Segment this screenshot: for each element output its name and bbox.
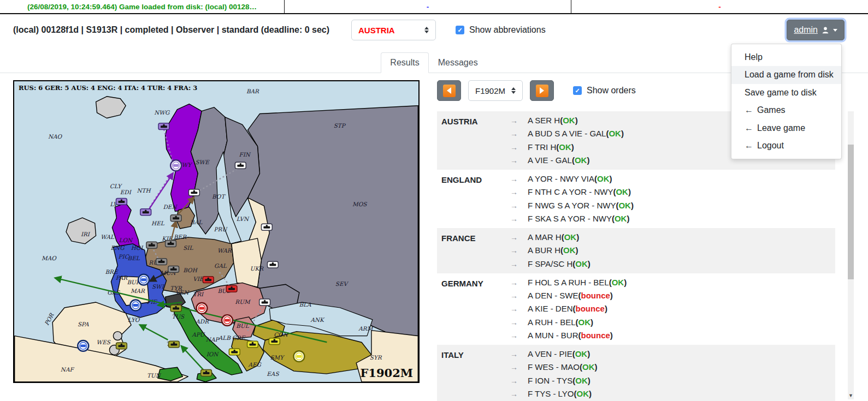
right-arrow-icon: → [508, 362, 528, 373]
orders-scrollbar[interactable]: ▼ [848, 111, 854, 399]
map-label-ion: ION [206, 351, 220, 357]
tab-results[interactable]: Results [381, 52, 428, 73]
order-text: F ION - TYS [528, 375, 572, 386]
map-label-bot: BOT [212, 193, 226, 200]
right-arrow-icon: → [508, 142, 528, 153]
order-row: →F TRI H (OK) [508, 142, 624, 153]
map-label-bla: BLA [299, 301, 311, 308]
order-row: →F TYS - LYO (OK) [508, 388, 598, 399]
order-row: →F NTH C A YOR - NWY (OK) [508, 187, 634, 197]
order-result: OK [578, 317, 591, 328]
order-text: A MUN - BUR [528, 330, 578, 341]
show-abbreviations-group[interactable]: ✓ Show abbreviations [456, 25, 546, 35]
map-label-boh: BOH [183, 267, 198, 273]
order-text: F SPA/SC H [528, 259, 572, 270]
order-result: OK [618, 200, 631, 211]
map-label-fin: FIN [239, 151, 251, 158]
phase-select[interactable]: F1902M [468, 80, 523, 101]
unit-marker-austria [203, 277, 214, 283]
order-text: A MAR H [528, 232, 562, 243]
menu-item-save-game-to-disk[interactable]: Save game to disk [731, 84, 841, 101]
right-arrow-icon: → [508, 187, 528, 197]
map-label-sil: SIL [183, 244, 193, 251]
order-row: →A MUN - BUR (bounce) [508, 330, 627, 341]
menu-item-leave-game[interactable]: ←Leave game [731, 119, 841, 137]
show-orders-group[interactable]: ✓ Show orders [573, 86, 636, 95]
order-result: OK [563, 245, 576, 256]
unit-marker-germany [170, 215, 181, 222]
diplomacy-map[interactable]: RUS: 6 GER: 5 AUS: 4 ENG: 4 ITA: 4 TUR: … [13, 80, 420, 383]
order-result: OK [609, 128, 621, 139]
prev-phase-button[interactable] [437, 80, 461, 101]
map-label-hel: HEL [151, 220, 165, 226]
power-block-france: FRANCE→A MAR H (OK)→A BUR H (OK)→F SPA/S… [437, 228, 835, 273]
select-updown-icon [511, 87, 516, 94]
order-text: A DEN - SWE [528, 290, 578, 301]
map-label-adr: ADR [195, 318, 209, 325]
map-label-sev: SEV [335, 280, 349, 287]
order-text: F TRI H [528, 142, 556, 153]
map-label-bel: BEL [128, 255, 140, 261]
status-center: - [285, 0, 571, 13]
scrollbar-thumb[interactable] [848, 145, 854, 279]
map-label-ven: VEN [175, 289, 190, 296]
unit-marker-turkey [247, 341, 258, 348]
map-label-nth: NTH [137, 187, 151, 194]
order-text: F TYS - LYO [528, 388, 574, 399]
order-text: A BUD S A VIE - GAL [528, 128, 606, 139]
left-arrow-icon: ← [745, 105, 753, 115]
order-row: →F HOL S A RUH - BEL (OK) [508, 277, 627, 288]
menu-item-games[interactable]: ←Games [731, 101, 841, 119]
status-right: - [571, 0, 868, 13]
power-name: FRANCE [441, 232, 508, 270]
supply-center-counts: RUS: 6 GER: 5 AUS: 4 ENG: 4 ITA: 4 TUR: … [19, 84, 197, 92]
unit-marker-england [158, 123, 169, 130]
user-menu-button[interactable]: admin [787, 20, 845, 40]
order-text: F NTH C A YOR - NWY [528, 187, 613, 197]
scrollbar-down-arrow[interactable]: ▼ [848, 393, 854, 398]
right-arrow-icon: → [508, 389, 528, 399]
left-triangle-icon [443, 85, 456, 97]
unit-marker-russia [267, 261, 278, 268]
right-arrow-icon: → [508, 232, 528, 243]
map-label-stp: STP [334, 122, 346, 129]
menu-item-help[interactable]: Help [731, 49, 841, 66]
right-arrow-icon: → [508, 259, 528, 270]
unit-marker-turkey [229, 349, 240, 355]
menu-item-logout[interactable]: ←Logout [731, 137, 841, 154]
order-text: A BUR H [528, 245, 560, 256]
right-arrow-icon: → [508, 174, 528, 184]
menu-item-load-a-game-from-disk[interactable]: Load a game from disk [731, 66, 841, 83]
order-result: OK [575, 155, 587, 166]
order-row: →F NWG S A YOR - NWY (OK) [508, 200, 634, 211]
unit-marker-turkey [269, 338, 280, 345]
show-orders-checkbox[interactable]: ✓ [573, 86, 582, 95]
order-text: A YOR - NWY VIA [528, 173, 594, 184]
power-name: ENGLAND [441, 173, 508, 224]
order-row: →F SKA S A YOR - NWY (OK) [508, 213, 634, 224]
power-name: AUSTRIA [441, 115, 508, 166]
game-info: (local) 00128f1d | S1913R | completed | … [13, 25, 329, 35]
map-label-aeg: AEG [247, 361, 262, 368]
order-text: F HOL S A RUH - BEL [528, 277, 609, 288]
power-name: GERMANY [441, 277, 508, 341]
tab-messages[interactable]: Messages [429, 52, 487, 73]
order-result: OK [559, 142, 571, 153]
power-select[interactable]: AUSTRIA [351, 20, 436, 40]
map-label-smy: SMY [270, 354, 285, 361]
map-label-naf: NAF [61, 366, 75, 373]
order-result: OK [575, 259, 588, 270]
map-label-bar: BAR [246, 88, 259, 94]
order-row: →A YOR - NWY VIA (OK) [508, 173, 634, 184]
order-result: OK [576, 388, 589, 399]
right-arrow-icon: → [508, 349, 528, 360]
order-result: OK [616, 187, 628, 197]
order-text: A VEN - PIE [528, 349, 572, 360]
map-label-swi: SWI [152, 283, 165, 290]
next-phase-button[interactable] [530, 80, 554, 101]
map-phase-label: F1902M [360, 366, 413, 380]
map-label-mao: MAO [42, 255, 57, 261]
user-name: admin [794, 25, 818, 35]
caret-down-icon [833, 29, 837, 32]
show-abbreviations-checkbox[interactable]: ✓ [456, 26, 464, 34]
